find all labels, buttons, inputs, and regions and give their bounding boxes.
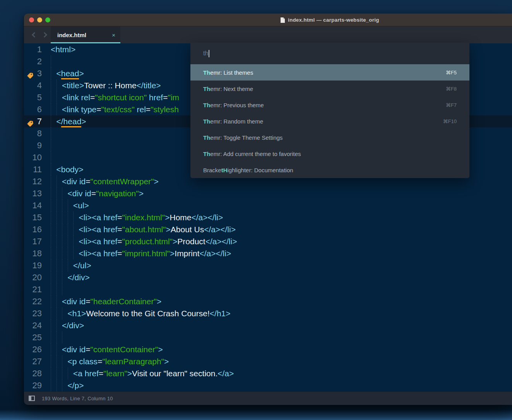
line-number[interactable]: 28 [24,367,47,379]
token-tag: <div id [62,297,86,306]
line-number[interactable]: 23 [24,307,47,319]
line-number[interactable]: 4 [24,79,47,91]
token-tag: > [81,117,86,126]
indent-guide [62,355,68,367]
indent-guide [57,367,62,379]
palette-item-1[interactable]: Themr: List themes⌘F5 [190,64,469,81]
palette-search-input[interactable]: th [190,43,469,64]
line-number[interactable]: 12 [24,175,47,187]
code-line-26[interactable]: 26<div id="contentContainer"> [24,343,512,355]
code-line-27[interactable]: 27<p class="learnParagraph"> [24,355,512,367]
palette-item-7[interactable]: BracketHighlighter: Documentation [190,162,469,178]
line-number[interactable]: 10 [24,151,47,163]
indent-guide [57,235,62,247]
line-number[interactable]: 25 [24,331,47,343]
code-line-18[interactable]: 18<li><a href="imprint.html">Imprint</a>… [24,247,512,259]
palette-item-6[interactable]: Themr: Add current theme to favorites [190,146,469,162]
token-tag: > [165,213,170,222]
line-number[interactable]: 15 [24,211,47,223]
token-tag: > [157,297,161,306]
indent-guide [51,355,57,367]
line-number[interactable]: 8 [24,127,47,139]
indent-guide [68,199,74,211]
code-line-21[interactable]: 21 [24,283,512,295]
zoom-window-button[interactable] [45,17,50,22]
indent-guide [51,79,57,91]
close-window-button[interactable] [29,17,34,22]
code-line-15[interactable]: 15<li><a href="index.html">Home</a></li> [24,211,512,223]
token-txt: Home [170,213,191,222]
line-number[interactable]: 3 [24,67,47,79]
vintage-mode-icon[interactable] [29,396,35,401]
line-number[interactable]: 11 [24,163,47,175]
code-line-28[interactable]: 28<a href="learn">Visit our "learn" sect… [24,367,512,379]
line-number[interactable]: 1 [24,43,47,55]
text-cursor [209,50,209,57]
code-line-24[interactable]: 24</div> [24,319,512,331]
palette-item-4[interactable]: Themr: Random theme⌘F10 [190,113,469,129]
token-txt: = [96,105,101,114]
indent-guide [51,307,57,319]
token-txt: About Us [171,225,204,234]
token-txt: Welcome to the Git Crash Course! [86,309,209,318]
line-number[interactable]: 18 [24,247,47,259]
code-line-19[interactable]: 19</ul> [24,259,512,271]
line-number[interactable]: 6 [24,103,47,115]
line-number[interactable]: 13 [24,187,47,199]
indent-guide [57,247,62,259]
palette-item-label: Themr: Next theme [203,86,253,92]
palette-item-2[interactable]: Themr: Next theme⌘F8 [190,81,469,97]
title-bar[interactable]: index.html — carparts-website_orig [24,14,512,26]
minimize-window-button[interactable] [37,17,42,22]
line-number[interactable]: 24 [24,319,47,331]
token-str: "index.html" [122,213,165,222]
line-number[interactable]: 26 [24,343,47,355]
code-content: <ul> [47,199,89,211]
code-line-22[interactable]: 22<div id="headerContainer"> [24,295,512,307]
fuzzy-match-highlight: Th [203,151,210,157]
indent-guide [51,247,57,259]
code-content [47,127,57,139]
code-line-16[interactable]: 16<li><a href="about.html">About Us</a><… [24,223,512,235]
code-line-25[interactable]: 25 [24,331,512,343]
line-number[interactable]: 2 [24,55,47,67]
token-tag: < [57,69,61,78]
token-txt: Visit our "learn" section. [132,369,217,378]
tab-close-icon[interactable]: × [112,32,115,38]
line-number[interactable]: 19 [24,259,47,271]
token-tag: > [164,357,169,366]
line-number[interactable]: 27 [24,355,47,367]
code-content: <div id="navigation"> [47,187,144,199]
line-number[interactable]: 14 [24,199,47,211]
indent-guide [68,367,74,379]
code-line-23[interactable]: 23<h1>Welcome to the Git Crash Course!</… [24,307,512,319]
tab-index-html[interactable]: index.html × [51,26,120,43]
indent-guide [62,367,68,379]
line-number[interactable]: 7 [24,115,47,127]
palette-item-3[interactable]: Themr: Previous theme⌘F7 [190,97,469,113]
code-line-20[interactable]: 20</div> [24,271,512,283]
forward-icon[interactable] [42,32,47,38]
code-content: <p class="learnParagraph"> [47,355,169,367]
token-tag: </div> [62,321,84,330]
line-number[interactable]: 17 [24,235,47,247]
token-tag: <div id [62,345,86,354]
line-number[interactable]: 22 [24,295,47,307]
line-number[interactable]: 29 [24,379,47,391]
palette-item-5[interactable]: Themr: Toggle Theme Settings [190,129,469,146]
line-number[interactable]: 21 [24,283,47,295]
indent-guide [62,271,68,283]
code-line-29[interactable]: 29</p> [24,379,512,391]
code-line-17[interactable]: 17<li><a href="product.html">Product</a>… [24,235,512,247]
token-tag: </a> [217,369,234,378]
line-number[interactable]: 16 [24,223,47,235]
token-str: "contentContainer" [91,345,158,354]
line-number[interactable]: 5 [24,91,47,103]
line-number[interactable]: 20 [24,271,47,283]
back-icon[interactable] [32,32,37,38]
line-number[interactable]: 9 [24,139,47,151]
token-tag: </a></li> [204,225,236,234]
palette-item-label: Themr: Random theme [203,118,263,125]
code-line-13[interactable]: 13<div id="navigation"> [24,187,512,199]
code-line-14[interactable]: 14<ul> [24,199,512,211]
